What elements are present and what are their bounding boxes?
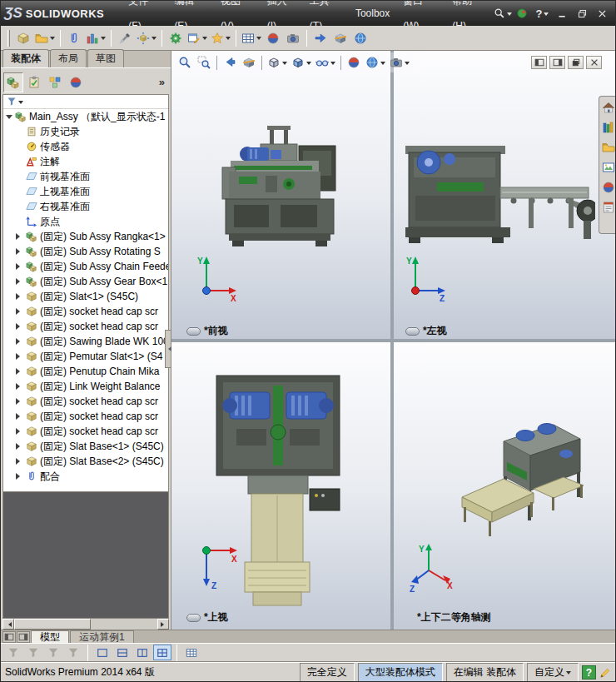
open-document-button[interactable] xyxy=(33,27,57,49)
tree-item-part[interactable]: (固定) Slat Base<1> (S45C) xyxy=(3,439,168,454)
zoom-to-area-button[interactable] xyxy=(195,53,213,72)
viewport-left[interactable]: Y Z *左视 xyxy=(394,51,616,339)
displaymanager-tab[interactable] xyxy=(66,72,86,92)
featuremanager-tab[interactable] xyxy=(3,72,23,92)
minimize-button[interactable] xyxy=(552,5,572,22)
tab-layout[interactable]: 布局 xyxy=(50,49,87,67)
expand-arrow-icon[interactable] xyxy=(16,293,23,300)
expand-arrow-icon[interactable] xyxy=(16,233,23,240)
move-component-button[interactable] xyxy=(135,27,158,49)
tree-item-subassembly[interactable]: (固定) Sub Assy Rangka<1> xyxy=(3,229,168,244)
tree-item-part[interactable]: (固定) Link Weight Balance xyxy=(3,379,168,394)
design-library-tab[interactable] xyxy=(601,120,616,135)
filter-faces-button[interactable] xyxy=(64,645,82,660)
tree-item-part[interactable]: (固定) Sawing Blade WK 100- xyxy=(3,334,168,349)
scroll-right-button[interactable] xyxy=(157,619,169,630)
viewport-top[interactable]: X Z *上视 xyxy=(171,342,390,630)
resources-tab[interactable] xyxy=(601,100,616,115)
restore-button[interactable] xyxy=(572,5,592,22)
tree-item-part[interactable]: (固定) socket head cap scr xyxy=(3,424,168,439)
expand-arrow-icon[interactable] xyxy=(16,383,23,390)
panel-collapse-handle[interactable] xyxy=(165,330,171,368)
tree-item-sensors[interactable]: 传感器 xyxy=(3,139,168,154)
viewport-front[interactable]: Y X *前视 xyxy=(171,51,390,339)
expand-arrow-icon[interactable] xyxy=(16,413,23,420)
large-assembly-mode-indicator[interactable]: 大型装配体模式 xyxy=(358,663,443,682)
previous-view-button[interactable] xyxy=(221,53,239,72)
tab-model[interactable]: 模型 xyxy=(31,630,69,643)
tree-item-annotations[interactable]: 注解 xyxy=(3,154,168,169)
filter-toggle-button[interactable] xyxy=(4,645,22,660)
tab-sketch[interactable]: 草图 xyxy=(87,49,124,67)
new-motion-study-button[interactable] xyxy=(209,27,232,49)
expand-arrow-icon[interactable] xyxy=(16,248,23,255)
tab-motion-study[interactable]: 运动算例1 xyxy=(70,630,134,643)
tree-item-subassembly[interactable]: (固定) Sub Assy Gear Box<1 xyxy=(3,274,168,289)
tree-item-subassembly[interactable]: (固定) Sub Assy Chain Feede xyxy=(3,259,168,274)
expand-arrow-icon[interactable] xyxy=(16,338,23,345)
expand-arrow-icon[interactable] xyxy=(16,443,23,450)
snapshot-button[interactable] xyxy=(283,27,303,49)
panel-horizontal-scrollbar[interactable] xyxy=(2,619,169,630)
tree-item-subassembly[interactable]: (固定) Sub Assy Rotating S xyxy=(3,244,168,259)
tree-item-part[interactable]: (固定) socket head cap scr xyxy=(3,409,168,424)
zoom-fit-button[interactable] xyxy=(176,53,194,72)
tree-item-front-plane[interactable]: 前视基准面 xyxy=(3,169,168,184)
splitter-left-button[interactable] xyxy=(2,631,16,643)
tree-item-part[interactable]: (固定) Slat<1> (S45C) xyxy=(3,289,168,304)
file-explorer-tab[interactable] xyxy=(601,140,616,155)
expand-arrow-icon[interactable] xyxy=(16,278,23,285)
custom-properties-tab[interactable] xyxy=(601,200,616,215)
display-style-button[interactable] xyxy=(290,53,313,72)
search-button[interactable] xyxy=(493,5,513,22)
tab-assembly[interactable]: 装配体 xyxy=(2,49,49,67)
help-button[interactable]: ? xyxy=(532,5,552,22)
expand-arrow-icon[interactable] xyxy=(16,428,23,435)
edit-appearance-button[interactable] xyxy=(263,27,283,49)
configurationmanager-tab[interactable] xyxy=(45,72,65,92)
scroll-left-button[interactable] xyxy=(2,619,14,630)
propertymanager-tab[interactable] xyxy=(24,72,44,92)
reference-geometry-button[interactable] xyxy=(186,27,209,49)
expand-arrow-icon[interactable] xyxy=(16,263,23,270)
mate-button[interactable] xyxy=(64,27,84,49)
expand-arrow-icon[interactable] xyxy=(16,398,23,405)
tree-item-top-plane[interactable]: 上视基准面 xyxy=(3,184,168,199)
restore-document-button[interactable] xyxy=(568,56,584,69)
assembly-features-button[interactable] xyxy=(166,27,186,49)
quick-snaps-button[interactable] xyxy=(182,645,201,660)
tree-item-part[interactable]: (固定) socket head cap scr xyxy=(3,319,168,334)
viewport-single-button[interactable] xyxy=(93,645,112,660)
apply-scene-button[interactable] xyxy=(350,27,370,49)
dock-left-button[interactable] xyxy=(531,56,547,69)
splitter-right-button[interactable] xyxy=(17,631,30,643)
view-settings-button[interactable] xyxy=(388,53,411,72)
smart-fasteners-button[interactable] xyxy=(115,27,135,49)
tree-item-part[interactable]: (固定) socket head cap scr xyxy=(3,394,168,409)
linear-component-pattern-button[interactable] xyxy=(84,27,107,49)
hide-show-items-button[interactable] xyxy=(314,53,337,72)
tree-item-mates[interactable]: 配合 xyxy=(3,469,168,484)
quick-tips-button[interactable]: ? xyxy=(582,665,596,680)
view-orientation-button[interactable] xyxy=(266,53,289,72)
expand-arrow-icon[interactable] xyxy=(16,323,23,330)
expand-arrow-icon[interactable] xyxy=(16,368,23,375)
tree-item-origin[interactable]: 原点 xyxy=(3,214,168,229)
close-document-button[interactable] xyxy=(586,56,602,69)
tree-filter-bar[interactable] xyxy=(3,95,168,109)
tree-item-right-plane[interactable]: 右视基准面 xyxy=(3,199,168,214)
apply-scene-button-hud[interactable] xyxy=(364,53,387,72)
scroll-track[interactable] xyxy=(14,619,157,630)
resources-button[interactable] xyxy=(513,5,533,22)
section-view-button-hud[interactable] xyxy=(240,53,258,72)
instant3d-button[interactable] xyxy=(310,27,330,49)
viewport-two-horizontal-button[interactable] xyxy=(113,645,132,660)
expand-arrow-icon[interactable] xyxy=(16,308,23,315)
bill-of-materials-button[interactable] xyxy=(240,27,263,49)
tree-item-part[interactable]: (固定) Slat Base<2> (S45C) xyxy=(3,454,168,469)
tree-item-part[interactable]: (固定) Pemutar Slat<1> (S4 xyxy=(3,349,168,364)
insert-component-button[interactable] xyxy=(13,27,33,49)
collapse-arrow-icon[interactable] xyxy=(6,115,12,122)
viewport-two-vertical-button[interactable] xyxy=(133,645,152,660)
manager-overflow-button[interactable]: » xyxy=(159,76,168,88)
